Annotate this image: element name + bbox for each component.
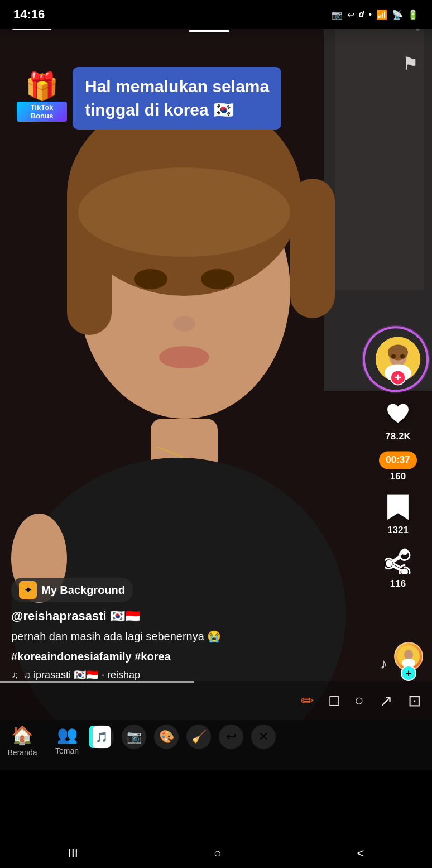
square-tool[interactable]: □ — [329, 692, 339, 709]
android-menu-button[interactable]: III — [68, 846, 78, 861]
like-action[interactable]: 78.2K — [382, 397, 414, 442]
bottom-navigation: 🏠 Beranda 👥 Teman 🎵 📷 🎨 🧹 ↩ ✕ — [0, 720, 432, 770]
tiktok-bonus-badge[interactable]: 🎁 TikTok Bonus — [17, 67, 67, 122]
signal-icon: 📡 — [392, 9, 403, 20]
pencil-tool[interactable]: ✏ — [301, 692, 314, 710]
circle-tool[interactable]: ○ — [354, 692, 364, 709]
music-info[interactable]: ♫ ♫ iprasasti 🇰🇷🇮🇩 - reishap — [11, 669, 387, 681]
friends-label: Teman — [55, 746, 79, 755]
battery-icon: 🔋 — [407, 9, 419, 20]
arrow-tool[interactable]: ↗ — [380, 692, 392, 710]
video-title-line2: tinggal di korea 🇰🇷 — [85, 98, 269, 122]
android-nav-bar: III ○ < — [0, 839, 432, 868]
camera-status-icon: 📷 — [332, 9, 343, 20]
progress-bar — [0, 681, 194, 683]
bottom-info-panel: ✦ My Background @reishaprasasti 🇰🇷🇮🇩 per… — [11, 578, 387, 681]
nav-friends[interactable]: 👥 Teman — [45, 725, 89, 755]
float-plus-button[interactable]: + — [401, 665, 416, 681]
username-text[interactable]: @reishaprasasti 🇰🇷🇮🇩 — [11, 609, 387, 624]
report-button[interactable]: ⚑ — [402, 53, 419, 74]
star-icon: ✦ — [19, 581, 37, 599]
bookmark-count: 1321 — [387, 525, 409, 536]
timer-action[interactable]: 00:37 160 — [379, 451, 416, 482]
creator-avatar-action[interactable]: + — [373, 334, 423, 389]
my-background-badge[interactable]: ✦ My Background — [11, 578, 133, 602]
bonus-label: TikTok Bonus — [17, 102, 67, 122]
bookmark-action[interactable]: 1321 — [382, 491, 414, 536]
undo-status-icon: ↩ — [347, 9, 354, 20]
svg-point-21 — [391, 354, 396, 358]
avatar-container: + — [373, 334, 423, 384]
eraser-btn[interactable]: 🧹 — [186, 725, 211, 749]
share-icon — [382, 545, 414, 576]
svg-point-19 — [388, 344, 408, 360]
android-home-button[interactable]: ○ — [214, 846, 221, 861]
status-bar: 14:16 📷 ↩ d • 📶 📡 🔋 — [0, 0, 432, 29]
status-icons: 📷 ↩ d • 📶 📡 🔋 — [332, 9, 419, 20]
gift-icon: 🎁 — [20, 67, 64, 106]
svg-point-11 — [201, 269, 234, 289]
nav-camera-area: 🎵 📷 🎨 🧹 ↩ ✕ — [89, 725, 276, 749]
camera-btn[interactable]: 📷 — [122, 725, 146, 749]
timer-badge: 00:37 — [379, 451, 416, 469]
svg-point-12 — [173, 316, 195, 332]
color-btn[interactable]: 🎨 — [154, 725, 179, 749]
drawing-toolbar: ✏ □ ○ ↗ ⊡ — [0, 681, 432, 720]
close-btn[interactable]: ✕ — [251, 725, 276, 749]
my-background-label: My Background — [41, 584, 125, 597]
bookmark-icon — [382, 491, 414, 522]
android-back-button[interactable]: < — [357, 846, 364, 861]
like-count: 78.2K — [385, 431, 410, 442]
music-text: ♫ iprasasti 🇰🇷🇮🇩 - reishap — [23, 669, 141, 681]
svg-point-10 — [134, 269, 167, 289]
crop-tool[interactable]: ⊡ — [408, 692, 421, 710]
home-label: Beranda — [8, 748, 37, 757]
tool-icons-group: ✏ □ ○ ↗ ⊡ — [301, 692, 421, 710]
friends-icon: 👥 — [57, 725, 78, 744]
nav-home[interactable]: 🏠 Beranda — [0, 725, 45, 757]
tiktok-status-icon: d — [359, 9, 364, 20]
music-note-icon: ♫ — [11, 669, 19, 681]
status-time: 14:16 — [13, 7, 45, 22]
heart-icon — [382, 397, 414, 429]
description-text: pernah dan masih ada lagi sebenernya 😭 — [11, 628, 387, 645]
video-title-line1: Hal memalukan selama — [85, 75, 269, 98]
svg-point-22 — [400, 354, 405, 358]
follow-plus-button[interactable]: + — [390, 370, 406, 385]
share-count: 116 — [390, 578, 406, 589]
svg-line-26 — [389, 552, 405, 563]
comment-count: 160 — [390, 471, 406, 482]
svg-point-13 — [159, 346, 209, 368]
video-title-box: Hal memalukan selama tinggal di korea 🇰🇷 — [73, 67, 281, 130]
tiktok-logo-btn[interactable]: 🎵 — [89, 725, 114, 749]
video-container: 📺 LIVE Musik Mengikuti LIVE Untuk Anda 🔍… — [0, 0, 432, 770]
float-avatar-disc[interactable]: + — [394, 642, 423, 681]
share-action[interactable]: 116 — [382, 545, 414, 589]
svg-text:🎵: 🎵 — [95, 731, 108, 744]
dot-status-icon: • — [368, 9, 372, 20]
float-music-icon: ♪ — [380, 655, 387, 673]
home-icon: 🏠 — [11, 725, 33, 746]
undo-btn[interactable]: ↩ — [219, 725, 243, 749]
hashtags-text[interactable]: #koreaindonesiafamily #korea — [11, 650, 387, 663]
wifi-icon: 📶 — [376, 9, 387, 20]
svg-point-29 — [404, 650, 413, 660]
title-overlay: 🎁 TikTok Bonus Hal memalukan selama ting… — [17, 67, 281, 130]
right-actions-panel: + 78.2K 00:37 160 1321 — [373, 334, 423, 589]
svg-rect-8 — [290, 179, 335, 318]
svg-point-9 — [78, 167, 290, 257]
